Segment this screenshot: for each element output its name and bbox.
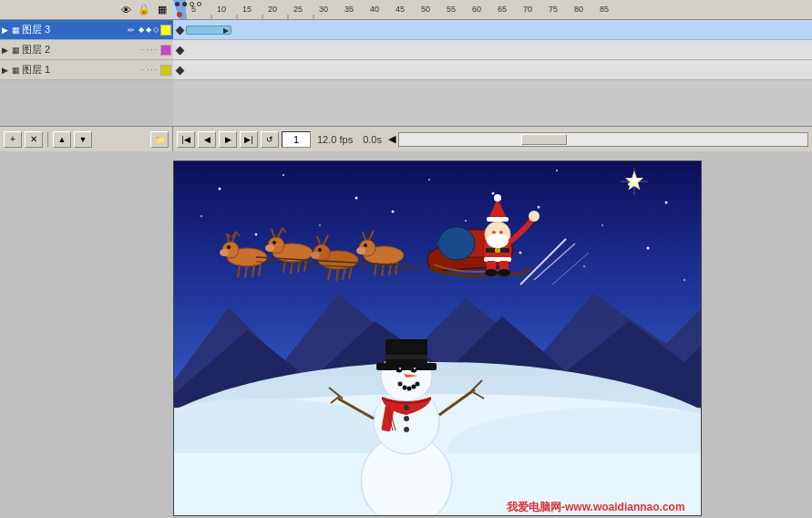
- keyframe-diamond-2: [175, 46, 184, 55]
- svg-point-143: [438, 227, 475, 260]
- frame-indicators: [175, 2, 201, 6]
- svg-point-89: [404, 427, 409, 432]
- svg-point-26: [177, 12, 182, 17]
- scroll-left-button[interactable]: ◀: [388, 133, 396, 145]
- move-up-button[interactable]: ▲: [53, 131, 71, 148]
- loop-button[interactable]: ↺: [261, 131, 279, 148]
- dot3-icon-1: ·: [151, 66, 153, 74]
- dot3-icon-2: ·: [151, 46, 153, 54]
- svg-point-31: [428, 179, 430, 181]
- svg-point-153: [487, 233, 509, 248]
- layer-row-2[interactable]: ▶ ▦ 图层 2 · · · ·: [0, 40, 173, 60]
- svg-point-33: [556, 170, 558, 171]
- svg-point-50: [684, 279, 685, 281]
- svg-point-32: [492, 192, 495, 195]
- svg-point-123: [318, 248, 322, 252]
- dot2-icon-1: ·: [147, 66, 149, 74]
- scrollbar-thumb[interactable]: [521, 134, 567, 145]
- svg-text:55: 55: [447, 5, 456, 14]
- layer-row-1[interactable]: ▶ ▦ 图层 1 · · · ·: [0, 60, 173, 80]
- dot-icon-1: ·: [141, 66, 143, 74]
- frame-icon[interactable]: ▦: [155, 3, 170, 17]
- svg-point-40: [538, 206, 540, 209]
- track-row-2[interactable]: [173, 40, 812, 60]
- go-end-button[interactable]: ▶|: [240, 131, 258, 148]
- track-row-1[interactable]: [173, 60, 812, 80]
- svg-point-37: [319, 224, 321, 226]
- svg-point-28: [219, 188, 221, 191]
- track-row-3[interactable]: ▶: [173, 20, 812, 40]
- add-layer-button[interactable]: +: [4, 131, 22, 148]
- keyframe-1: [173, 20, 186, 40]
- svg-text:65: 65: [498, 5, 507, 14]
- lock-icon[interactable]: 🔒: [137, 3, 151, 17]
- dot2-icon-3: ◆: [146, 26, 151, 34]
- svg-point-36: [255, 233, 258, 236]
- layer-name-2: 图层 2: [22, 43, 139, 57]
- layer-color-1: [160, 65, 171, 76]
- frame-number-input[interactable]: [282, 131, 311, 148]
- svg-rect-72: [376, 363, 437, 370]
- dot4-icon-2: ·: [155, 46, 157, 54]
- svg-point-88: [404, 416, 409, 421]
- svg-point-160: [498, 269, 510, 276]
- eye-icon[interactable]: 👁: [118, 3, 133, 17]
- timeline-scrollbar[interactable]: [398, 132, 808, 147]
- svg-point-132: [356, 247, 365, 254]
- svg-point-41: [601, 224, 603, 226]
- canvas-wrapper[interactable]: 我爱电脑网-www.woaidiannao.com: [173, 161, 702, 516]
- svg-point-38: [392, 211, 395, 213]
- svg-rect-71: [385, 339, 427, 365]
- svg-text:35: 35: [344, 5, 354, 14]
- svg-text:30: 30: [319, 5, 328, 14]
- move-down-button[interactable]: ▼: [74, 131, 92, 148]
- delete-layer-button[interactable]: ✕: [25, 131, 43, 148]
- svg-point-133: [364, 243, 367, 247]
- svg-point-47: [519, 252, 522, 254]
- canvas-container: 我爱电脑网-www.woaidiannao.com: [173, 151, 812, 518]
- svg-point-82: [412, 385, 416, 389]
- layer-name-3: 图层 3: [22, 23, 126, 36]
- layer-page-icon-2: ▦: [12, 46, 20, 55]
- svg-point-159: [485, 269, 498, 276]
- go-start-button[interactable]: |◀: [177, 131, 195, 148]
- play-button[interactable]: ▶: [219, 131, 237, 148]
- svg-rect-149: [487, 217, 509, 222]
- svg-point-112: [272, 241, 276, 244]
- keyframe-2: [173, 40, 186, 60]
- layer-visibility-icon-1: ▶: [2, 66, 8, 75]
- dot-icon-2: ·: [141, 46, 143, 54]
- svg-point-83: [416, 382, 420, 387]
- layer-row-3[interactable]: ▶ ▦ 图层 3 ✏ ◆ ◆ ◇: [0, 20, 173, 40]
- play-back-button[interactable]: ◀: [198, 131, 216, 148]
- svg-point-99: [227, 245, 231, 249]
- frame-indicator-hollow: [190, 2, 194, 6]
- svg-text:80: 80: [574, 5, 583, 14]
- svg-text:45: 45: [396, 5, 405, 14]
- layer-panel-header: 👁 🔒 ▦: [0, 0, 173, 20]
- svg-text:75: 75: [549, 5, 558, 14]
- ruler-svg: 5 10 15 20 25 30 35 40 45 50 55 60 65 70…: [173, 0, 812, 19]
- svg-point-80: [403, 386, 407, 390]
- tracks-empty: [173, 80, 812, 126]
- pencil-icon-3: ✏: [128, 26, 135, 35]
- svg-text:40: 40: [370, 5, 379, 14]
- christmas-scene-svg: 我爱电脑网-www.woaidiannao.com: [174, 161, 702, 516]
- svg-text:15: 15: [242, 5, 252, 14]
- folder-button[interactable]: 📁: [150, 131, 169, 148]
- layer-page-icon-3: ▦: [12, 26, 20, 35]
- svg-point-111: [265, 244, 274, 252]
- svg-point-87: [404, 405, 409, 410]
- svg-rect-73: [385, 355, 427, 359]
- svg-text:50: 50: [421, 5, 430, 14]
- svg-point-122: [311, 252, 320, 259]
- svg-rect-155: [495, 248, 500, 253]
- layer-page-icon-1: ▦: [12, 66, 20, 75]
- layer-color-2: [160, 45, 171, 56]
- frame-indicator-dot: [175, 2, 180, 6]
- dot3-icon-3: ◇: [153, 26, 159, 34]
- svg-point-74: [396, 367, 403, 373]
- layer-visibility-icon-3: ▶: [2, 26, 8, 35]
- svg-point-77: [414, 368, 416, 369]
- stage-area: 我爱电脑网-www.woaidiannao.com: [0, 151, 812, 518]
